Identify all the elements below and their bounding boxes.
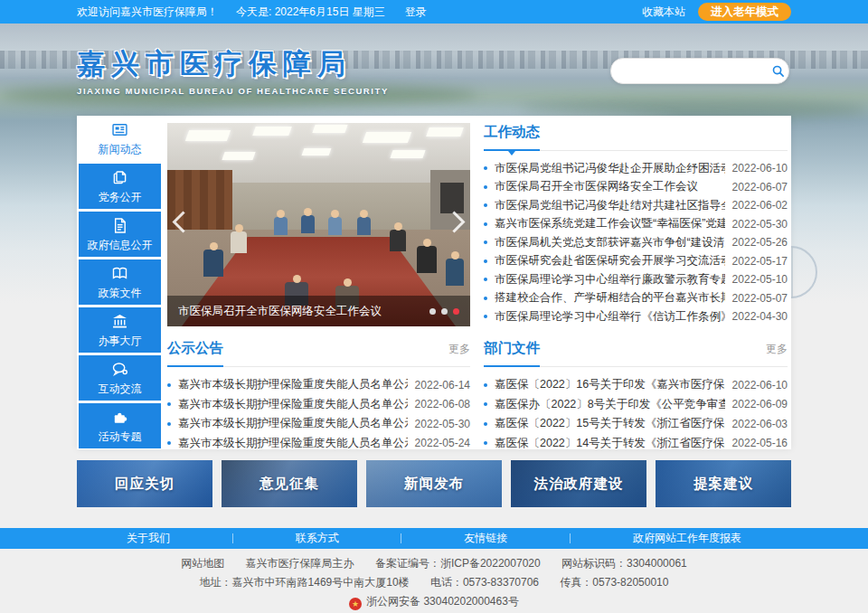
site-subtitle: JIAXING MUNICIPAL BUREAU OF HEALTHCARE S… xyxy=(77,86,389,96)
carousel-caption[interactable]: 市医保局召开全市医保网络安全工作会议 xyxy=(178,304,429,319)
news-item[interactable]: 嘉兴市本级长期护理保险重度失能人员名单公示 (2...2022-06-14 xyxy=(167,375,470,395)
news-item-title[interactable]: 搭建校企合作、产学研相结合的平台嘉兴市长期护理... xyxy=(495,290,725,306)
welcome-text: 欢迎访问嘉兴市医疗保障局！ xyxy=(77,5,218,20)
security-record-text[interactable]: 浙公网安备 33040202000463号 xyxy=(366,595,519,608)
date-text: 今天是: 2022年6月15日 星期三 xyxy=(236,5,385,20)
banner-respond-concerns[interactable]: 回应关切 xyxy=(77,460,212,507)
news-item[interactable]: 市医保局党组书记冯俊华赴结对共建社区指导全国文...2022-06-02 xyxy=(484,196,788,215)
news-item[interactable]: 市医保局党组书记冯俊华赴企开展助企纾困活动2022-06-10 xyxy=(484,159,788,178)
news-item[interactable]: 嘉医保〔2022〕14号关于转发《浙江省医疗保...2022-05-16 xyxy=(484,434,788,454)
bullet-icon xyxy=(484,402,487,406)
sidebar-item-label: 新闻动态 xyxy=(99,142,142,157)
carousel-dot[interactable] xyxy=(429,308,436,315)
news-item[interactable]: 嘉医保〔2022〕16号关于印发《嘉兴市医疗保...2022-06-10 xyxy=(484,375,788,395)
section-underline xyxy=(484,365,540,367)
news-item-title[interactable]: 嘉医保〔2022〕15号关于转发《浙江省医疗保... xyxy=(495,416,725,431)
bullet-icon xyxy=(484,315,487,318)
news-item-date: 2022-05-30 xyxy=(415,418,470,430)
news-item-title[interactable]: 嘉医保〔2022〕14号关于转发《浙江省医疗保... xyxy=(495,436,725,451)
sidebar-item-interaction[interactable]: 互动交流 xyxy=(79,355,161,401)
section-title[interactable]: 部门文件 xyxy=(484,339,540,358)
news-item[interactable]: 搭建校企合作、产学研相结合的平台嘉兴市长期护理...2022-05-07 xyxy=(484,289,788,308)
news-item-title[interactable]: 嘉医保办〔2022〕8号关于印发《公平竞争审查... xyxy=(495,397,725,412)
banner-opinion-collection[interactable]: 意见征集 xyxy=(222,460,357,507)
news-item-title[interactable]: 市医保局机关党总支部获评嘉兴市争创“建设清廉机... xyxy=(495,235,725,250)
banner-news-release[interactable]: 新闻发布 xyxy=(366,460,502,507)
news-item-title[interactable]: 市医保局召开全市医保网络安全工作会议 xyxy=(495,179,725,194)
sidebar-item-policy-files[interactable]: 政策文件 xyxy=(79,259,161,305)
section-work-news: 工作动态 市医保局党组书记冯俊华赴企开展助企纾困活动2022-06-10 市医保… xyxy=(484,123,788,326)
sidebar-item-label: 办事大厅 xyxy=(99,334,142,349)
news-item[interactable]: 市医保局理论学习中心组举行《信访工作条例》专题...2022-04-30 xyxy=(484,307,788,326)
footer-link-friendly-links[interactable]: 友情链接 xyxy=(464,531,507,546)
news-item[interactable]: 市医保局理论学习中心组举行廉政警示教育专题学习...2022-05-10 xyxy=(484,270,788,289)
news-item[interactable]: 嘉兴市本级长期护理保险重度失能人员名单公示 (2...2022-06-08 xyxy=(167,395,470,415)
sidebar-item-special-topics[interactable]: 活动专题 xyxy=(79,403,161,448)
footer-nav-bar: 关于我们 联系方式 友情链接 政府网站工作年度报表 xyxy=(0,528,868,549)
section-title[interactable]: 公示公告 xyxy=(167,339,223,358)
sidebar-item-label: 党务公开 xyxy=(99,190,142,205)
footer-separator xyxy=(570,533,571,543)
icp-text: 备案证编号：浙ICP备2022007020 xyxy=(375,557,541,570)
photo-light xyxy=(222,152,255,160)
banner-row: 回应关切 意见征集 新闻发布 法治政府建设 提案建议 xyxy=(77,460,791,507)
sidebar-item-label: 政府信息公开 xyxy=(88,238,153,253)
news-item-title[interactable]: 市医保局党组书记冯俊华赴结对共建社区指导全国文... xyxy=(495,198,725,213)
login-link[interactable]: 登录 xyxy=(405,5,427,20)
news-item[interactable]: 嘉医保〔2022〕15号关于转发《浙江省医疗保...2022-06-03 xyxy=(484,414,788,434)
banner-label: 回应关切 xyxy=(77,460,212,507)
news-item[interactable]: 嘉医保办〔2022〕8号关于印发《公平竞争审查...2022-06-09 xyxy=(484,395,788,415)
sidebar-item-service-hall[interactable]: 办事大厅 xyxy=(79,307,161,353)
banner-label: 意见征集 xyxy=(222,460,357,507)
footer-link-about[interactable]: 关于我们 xyxy=(127,531,170,546)
photo-person xyxy=(328,217,342,235)
news-item[interactable]: 嘉兴市本级长期护理保险重度失能人员名单公示 (2...2022-05-30 xyxy=(167,414,470,434)
address-text: 地址：嘉兴市中环南路1469号中南大厦10楼 xyxy=(200,576,410,589)
search-icon[interactable] xyxy=(771,64,785,78)
news-item[interactable]: 嘉兴市医保系统党建工作会议暨“幸福医保”党建联...2022-05-30 xyxy=(484,215,788,234)
sidebar-item-label: 活动专题 xyxy=(99,429,142,445)
department-files-list: 嘉医保〔2022〕16号关于印发《嘉兴市医疗保...2022-06-10 嘉医保… xyxy=(484,375,788,453)
news-item-title[interactable]: 市医保局理论学习中心组举行廉政警示教育专题学习... xyxy=(495,272,725,288)
news-item[interactable]: 市医保局机关党总支部获评嘉兴市争创“建设清廉机...2022-05-26 xyxy=(484,233,788,252)
search-input[interactable] xyxy=(611,59,771,83)
carousel-dot-active[interactable] xyxy=(453,308,459,315)
section-title[interactable]: 工作动态 xyxy=(484,123,540,142)
news-item[interactable]: 市医保研究会赴省医保研究会开展学习交流活动2022-05-17 xyxy=(484,252,788,271)
news-item-title[interactable]: 市医保局党组书记冯俊华赴企开展助企纾困活动 xyxy=(495,161,725,176)
news-item[interactable]: 市医保局召开全市医保网络安全工作会议2022-06-07 xyxy=(484,178,788,197)
search-box[interactable] xyxy=(610,58,789,84)
news-item-date: 2022-06-02 xyxy=(732,199,788,212)
more-link[interactable]: 更多 xyxy=(766,342,788,357)
news-item-title[interactable]: 嘉医保〔2022〕16号关于印发《嘉兴市医疗保... xyxy=(495,377,725,392)
news-item-title[interactable]: 嘉兴市本级长期护理保险重度失能人员名单公示 (2... xyxy=(178,397,408,412)
photo-person xyxy=(231,231,247,253)
sitemap-link[interactable]: 网站地图 xyxy=(181,557,224,570)
banner-label: 提案建议 xyxy=(656,460,791,507)
news-carousel[interactable]: 市医保局召开全市医保网络安全工作会议 xyxy=(167,123,470,326)
more-link[interactable]: 更多 xyxy=(448,342,470,357)
news-item-title[interactable]: 嘉兴市本级长期护理保险重度失能人员名单公示 (2... xyxy=(178,377,408,392)
public-security-emblem-icon: ★ xyxy=(349,598,362,610)
news-item-title[interactable]: 市医保研究会赴省医保研究会开展学习交流活动 xyxy=(495,253,725,269)
news-item-title[interactable]: 嘉兴市医保系统党建工作会议暨“幸福医保”党建联... xyxy=(495,216,725,231)
puzzle-icon xyxy=(110,408,129,427)
footer-link-annual-report[interactable]: 政府网站工作年度报表 xyxy=(633,531,741,546)
banner-proposals[interactable]: 提案建议 xyxy=(656,460,791,507)
sidebar-item-news[interactable]: 新闻动态 xyxy=(79,116,161,161)
carousel-caption-bar: 市医保局召开全市医保网络安全工作会议 xyxy=(167,296,470,326)
favorite-link[interactable]: 收藏本站 xyxy=(642,5,685,20)
news-item[interactable]: 嘉兴市本级长期护理保险重度失能人员名单公示 (2...2022-05-24 xyxy=(167,434,470,454)
elder-mode-button[interactable]: 进入老年模式 xyxy=(698,3,791,21)
sidebar-item-gov-info[interactable]: 政府信息公开 xyxy=(79,212,161,257)
photo-light xyxy=(426,127,464,137)
news-item-title[interactable]: 嘉兴市本级长期护理保险重度失能人员名单公示 (2... xyxy=(178,436,408,451)
news-item-title[interactable]: 嘉兴市本级长期护理保险重度失能人员名单公示 (2... xyxy=(178,416,408,431)
photo-person xyxy=(357,217,371,235)
news-item-title[interactable]: 市医保局理论学习中心组举行《信访工作条例》专题... xyxy=(495,309,725,325)
banner-law-government[interactable]: 法治政府建设 xyxy=(511,460,646,507)
carousel-dot[interactable] xyxy=(441,308,448,315)
sidebar-item-party-affairs[interactable]: 党务公开 xyxy=(79,164,161,209)
news-item-date: 2022-05-30 xyxy=(732,218,788,231)
footer-link-contact[interactable]: 联系方式 xyxy=(296,531,339,546)
